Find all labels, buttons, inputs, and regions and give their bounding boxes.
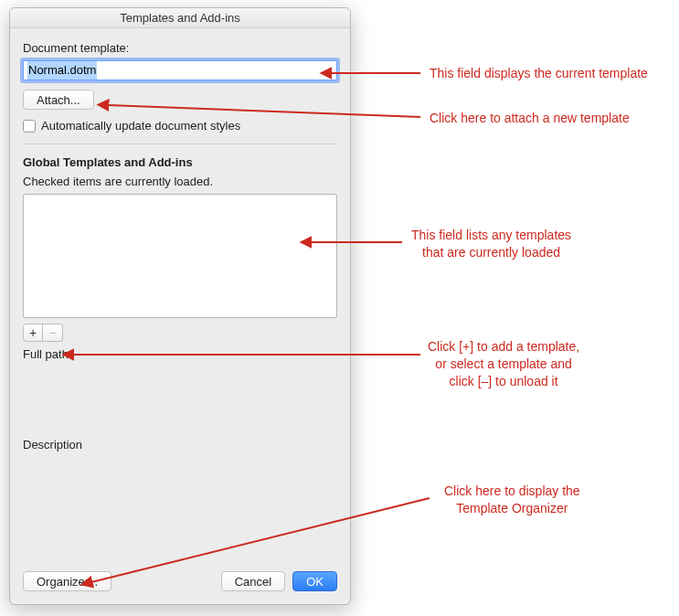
document-template-field[interactable]: Normal.dotm [23,60,337,80]
add-remove-group: + − [23,324,337,342]
cancel-button[interactable]: Cancel [221,571,285,591]
loaded-templates-listbox[interactable] [23,194,337,318]
organizer-button[interactable]: Organizer... [23,571,111,591]
auto-update-checkbox[interactable] [23,120,36,133]
description-label: Description [23,438,337,451]
remove-template-button[interactable]: − [43,324,63,342]
ok-button[interactable]: OK [292,571,337,591]
auto-update-label: Automatically update document styles [41,119,240,133]
annotation-current-template: This field displays the current template [430,65,648,82]
global-templates-heading: Global Templates and Add-ins [23,155,337,169]
annotation-loaded-list: This field lists any templates that are … [411,227,571,261]
document-template-label: Document template: [23,41,337,55]
section-separator [23,143,337,144]
annotation-add-remove: Click [+] to add a template, or select a… [428,338,579,390]
document-template-value: Normal.dotm [27,61,97,80]
attach-button[interactable]: Attach... [23,90,94,110]
templates-addins-dialog: Templates and Add-ins Document template:… [9,7,351,605]
full-path-label: Full path: [23,347,337,361]
global-templates-subheading: Checked items are currently loaded. [23,175,337,188]
add-template-button[interactable]: + [23,324,43,342]
dialog-title: Templates and Add-ins [10,8,350,28]
annotation-organizer: Click here to display the Template Organ… [444,483,580,517]
annotation-attach: Click here to attach a new template [430,110,630,127]
